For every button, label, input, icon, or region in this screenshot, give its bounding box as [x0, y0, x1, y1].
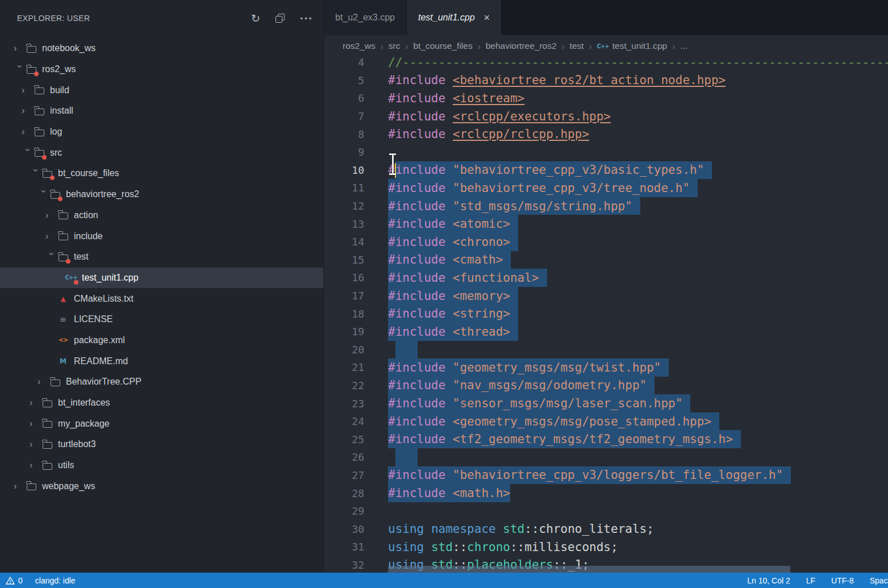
line-number[interactable]: 29: [324, 505, 364, 517]
code-line-15[interactable]: 15#include <cmath>: [324, 251, 888, 269]
code-line-8[interactable]: 8#include <rclcpp/rclcpp.hpp>: [324, 125, 888, 143]
tree-item-log[interactable]: ›log: [0, 122, 323, 143]
line-number[interactable]: 26: [324, 451, 364, 463]
indent-indicator[interactable]: Spaces: 2: [870, 576, 888, 585]
breadcrumb-item-bt-course-files[interactable]: bt_course_files: [413, 41, 472, 51]
breadcrumb-item-behaviortree-ros2[interactable]: behaviortree_ros2: [486, 41, 557, 51]
code-line-29[interactable]: 29: [324, 502, 888, 520]
tree-item-readme-md[interactable]: ›MREADME.md: [0, 351, 323, 372]
line-number[interactable]: 16: [324, 272, 364, 283]
line-number[interactable]: 28: [324, 487, 364, 499]
code-line-12[interactable]: 12#include "std_msgs/msg/string.hpp": [324, 197, 888, 215]
close-tab-icon[interactable]: ×: [484, 12, 490, 24]
code-line-17[interactable]: 17#include <memory>: [324, 287, 888, 305]
line-number[interactable]: 25: [324, 433, 364, 445]
tree-item-utils[interactable]: ›utils: [0, 455, 323, 476]
tree-item-action[interactable]: ›action: [0, 205, 323, 226]
tree-item-turtlebot3[interactable]: ›turtlebot3: [0, 434, 323, 455]
line-number[interactable]: 11: [324, 182, 364, 194]
breadcrumb-item-ros2-ws[interactable]: ros2_ws: [343, 41, 376, 51]
code-line-16[interactable]: 16#include <functional>: [324, 269, 888, 287]
line-number[interactable]: 30: [324, 523, 364, 535]
code-line-13[interactable]: 13#include <atomic>: [324, 215, 888, 233]
code-line-18[interactable]: 18#include <string>: [324, 305, 888, 323]
code-line-6[interactable]: 6#include <iostream>: [324, 89, 888, 107]
code-line-19[interactable]: 19#include <thread>: [324, 323, 888, 341]
code-line-30[interactable]: 30using namespace std::chrono_literals;: [324, 520, 888, 538]
code-line-27[interactable]: 27#include "behaviortree_cpp_v3/loggers/…: [324, 466, 888, 485]
code-line-28[interactable]: 28#include <math.h>: [324, 484, 888, 502]
line-number[interactable]: 31: [324, 541, 364, 553]
line-number[interactable]: 21: [324, 361, 364, 373]
line-number[interactable]: 7: [324, 110, 364, 122]
code-line-11[interactable]: 11#include "behaviortree_cpp_v3/tree_nod…: [324, 179, 888, 197]
tab-bt_u2_ex3-cpp[interactable]: bt_u2_ex3.cpp: [324, 0, 407, 35]
eol-indicator[interactable]: LF: [806, 576, 815, 585]
tree-item-behaviortree-ros2[interactable]: ›behaviortree_ros2: [0, 184, 323, 205]
line-number[interactable]: 6: [324, 92, 364, 104]
line-number[interactable]: 18: [324, 308, 364, 320]
line-number[interactable]: 5: [324, 74, 364, 86]
code-line-23[interactable]: 23#include "sensor_msgs/msg/laser_scan.h…: [324, 394, 888, 412]
tree-item-cmakelists-txt[interactable]: ›▲CMakeLists.txt: [0, 288, 323, 309]
tree-item-test-unit1-cpp[interactable]: ›C++test_unit1.cpp: [0, 268, 323, 289]
line-number[interactable]: 13: [324, 218, 364, 230]
code-line-10[interactable]: 10#include "behaviortree_cpp_v3/basic_ty…: [324, 161, 888, 180]
tab-test_unit1-cpp[interactable]: test_unit1.cpp ×: [407, 0, 502, 35]
breadcrumb-item-test-unit1-cpp[interactable]: C++test_unit1.cpp: [597, 41, 668, 51]
code-line-20[interactable]: 20: [324, 341, 888, 359]
encoding-indicator[interactable]: UTF-8: [831, 576, 854, 585]
chevron-down-icon: ›: [47, 252, 57, 265]
code-line-25[interactable]: 25#include <tf2_geometry_msgs/tf2_geomet…: [324, 430, 888, 448]
breadcrumb-item-src[interactable]: src: [389, 41, 401, 51]
copy-icon[interactable]: [276, 14, 285, 23]
clangd-status[interactable]: clangd: idle: [35, 576, 76, 585]
line-number[interactable]: 19: [324, 326, 364, 337]
line-number[interactable]: 9: [324, 146, 364, 158]
code-line-14[interactable]: 14#include <chrono>: [324, 233, 888, 251]
refresh-icon[interactable]: ↻: [251, 12, 260, 24]
tree-item-bt-interfaces[interactable]: ›bt_interfaces: [0, 393, 323, 414]
line-number[interactable]: 20: [324, 344, 364, 356]
line-number[interactable]: 27: [324, 469, 364, 481]
code-line-31[interactable]: 31using std::chrono::milliseconds;: [324, 538, 888, 556]
tree-item-test[interactable]: ›test: [0, 247, 323, 268]
line-number[interactable]: 32: [324, 559, 364, 571]
tree-item-src[interactable]: ›src: [0, 142, 323, 163]
breadcrumb-item-test[interactable]: test: [570, 41, 584, 51]
cursor-position[interactable]: Ln 10, Col 2: [747, 576, 790, 585]
code-line-5[interactable]: 5#include <behaviortree_ros2/bt_action_n…: [324, 72, 888, 90]
tree-item-notebook-ws[interactable]: ›notebook_ws: [0, 38, 323, 59]
line-number[interactable]: 17: [324, 290, 364, 302]
more-actions-icon[interactable]: ···: [300, 12, 313, 25]
code-line-9[interactable]: 9: [324, 143, 888, 161]
code-line-22[interactable]: 22#include "nav_msgs/msg/odometry.hpp": [324, 377, 888, 395]
line-number[interactable]: 15: [324, 254, 364, 266]
line-number[interactable]: 10: [324, 164, 364, 176]
code-line-24[interactable]: 24#include <geometry_msgs/msg/pose_stamp…: [324, 412, 888, 431]
horizontal-scrollbar[interactable]: [388, 566, 790, 573]
tree-item-build[interactable]: ›build: [0, 80, 323, 101]
tree-item-my-package[interactable]: ›my_package: [0, 413, 323, 434]
line-number[interactable]: 8: [324, 128, 364, 140]
code-line-7[interactable]: 7#include <rclcpp/executors.hpp>: [324, 107, 888, 126]
tree-item-package-xml[interactable]: ›<>package.xml: [0, 330, 323, 351]
tree-item-include[interactable]: ›include: [0, 226, 323, 247]
line-number[interactable]: 4: [324, 56, 364, 68]
line-number[interactable]: 14: [324, 236, 364, 248]
line-number[interactable]: 12: [324, 200, 364, 212]
line-number[interactable]: 24: [324, 415, 364, 427]
line-number[interactable]: 23: [324, 398, 364, 410]
code-editor[interactable]: 4//-------------------------------------…: [324, 53, 888, 573]
tree-item-webpage-ws[interactable]: ›webpage_ws: [0, 476, 323, 497]
tree-item-bt-course-files[interactable]: ›bt_course_files: [0, 163, 323, 184]
code-line-21[interactable]: 21#include "geometry_msgs/msg/twist.hpp": [324, 358, 888, 377]
tree-item-ros2-ws[interactable]: ›ros2_ws: [0, 59, 323, 80]
breadcrumb-item--[interactable]: ...: [680, 41, 687, 51]
tree-item-license[interactable]: ›≡LICENSE: [0, 309, 323, 330]
tree-item-behaviortree-cpp[interactable]: ›BehaviorTree.CPP: [0, 372, 323, 393]
problems-indicator[interactable]: 0: [6, 576, 23, 585]
line-number[interactable]: 22: [324, 380, 364, 391]
tree-item-install[interactable]: ›install: [0, 101, 323, 122]
code-line-26[interactable]: 26: [324, 448, 888, 466]
